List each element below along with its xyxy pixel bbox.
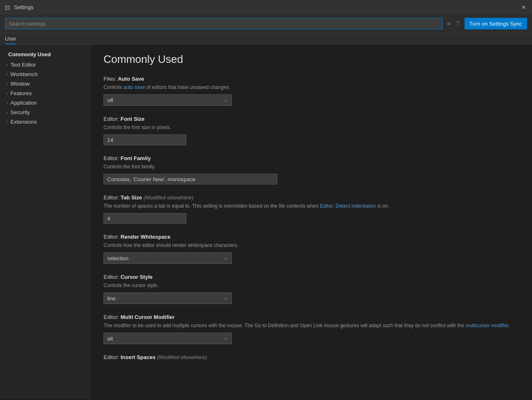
setting-label: Editor: Font Family — [104, 155, 520, 161]
title-bar: ⊡ Settings × — [0, 0, 532, 14]
setting-label: Editor: Multi Cursor Modifier — [104, 314, 520, 320]
sidebar-item-label: Window — [10, 81, 29, 87]
setting-label: Files: Auto Save — [104, 76, 520, 82]
sidebar-section-title: Commonly Used — [0, 49, 91, 60]
setting-label-prefix: Editor: — [104, 274, 120, 280]
chevron-icon: › — [7, 120, 8, 124]
search-bar: ≡ ⊤ Turn on Settings Sync — [0, 14, 532, 33]
setting-label-prefix: Files: — [104, 76, 118, 82]
main-layout: Commonly Used › Text Editor › Workbench … — [0, 45, 532, 399]
chevron-icon: › — [7, 81, 8, 86]
render-whitespace-select-wrapper: none boundary selection trailing all — [104, 252, 232, 264]
chevron-icon: › — [7, 62, 8, 67]
setting-label-prefix: Editor: — [104, 354, 120, 360]
setting-description: Controls the font size in pixels. — [104, 124, 520, 131]
setting-description: Controls auto save of editors that have … — [104, 84, 520, 91]
setting-description: Controls the font family. — [104, 163, 520, 170]
setting-cursor-style: Editor: Cursor Style Controls the cursor… — [104, 274, 520, 304]
multicursor-modifier-link[interactable]: multicursor modifier — [465, 323, 508, 328]
multi-cursor-modifier-select[interactable]: alt ctrlCmd — [104, 333, 232, 344]
setting-description: The modifier to be used to add multiple … — [104, 322, 520, 329]
setting-label: Editor: Tab Size (Modified elsewhere) — [104, 194, 520, 201]
setting-label: Editor: Cursor Style — [104, 274, 520, 280]
sidebar-item-application[interactable]: › Application — [0, 98, 91, 108]
user-tab-bar: User — [0, 33, 532, 45]
setting-label-bold: Cursor Style — [120, 274, 152, 280]
multi-cursor-modifier-select-wrapper: alt ctrlCmd — [104, 333, 232, 344]
sidebar-item-label: Extensions — [10, 119, 37, 125]
font-size-input[interactable] — [104, 134, 186, 145]
setting-label-bold: Font Size — [120, 116, 144, 122]
content-title: Commonly Used — [104, 53, 520, 66]
auto-save-link[interactable]: auto save — [123, 84, 145, 90]
sidebar-item-features[interactable]: › Features — [0, 89, 91, 98]
setting-label-bold: Render Whitespace — [120, 234, 171, 240]
chevron-icon: › — [7, 110, 8, 115]
search-icons: ≡ ⊤ — [445, 19, 462, 28]
setting-label-prefix: Editor: — [104, 194, 120, 201]
chevron-icon: › — [7, 72, 8, 77]
auto-save-select[interactable]: off afterDelay onFocusChange onWindowCha… — [104, 94, 232, 106]
setting-label: Editor: Render Whitespace — [104, 234, 520, 240]
sidebar-item-label: Application — [10, 100, 37, 106]
setting-font-family: Editor: Font Family Controls the font fa… — [104, 155, 520, 184]
sidebar-item-label: Text Editor — [10, 62, 36, 68]
setting-label-prefix: Editor: — [104, 155, 120, 161]
setting-description: The number of spaces a tab is equal to. … — [104, 202, 520, 210]
sync-settings-button[interactable]: Turn on Settings Sync — [465, 18, 527, 29]
setting-label: Editor: Font Size — [104, 116, 520, 122]
setting-files-auto-save: Files: Auto Save Controls auto save of e… — [104, 76, 520, 106]
setting-label-bold: Tab Size — [120, 194, 142, 201]
sidebar: Commonly Used › Text Editor › Workbench … — [0, 45, 91, 399]
cursor-style-select-wrapper: line block underline line-thin block-out… — [104, 292, 232, 304]
title-bar-title: Settings — [14, 4, 516, 10]
search-input[interactable] — [5, 18, 443, 29]
detect-indentation-link[interactable]: Editor: Detect Indentation — [320, 203, 376, 209]
render-whitespace-select[interactable]: none boundary selection trailing all — [104, 252, 232, 264]
sidebar-item-label: Workbench — [10, 71, 38, 77]
setting-label-prefix: Editor: — [104, 314, 120, 320]
user-tab[interactable]: User — [5, 33, 16, 44]
filter-funnel-icon[interactable]: ⊤ — [454, 19, 462, 28]
setting-description: Controls how the editor should render wh… — [104, 242, 520, 249]
setting-description: Controls the cursor style. — [104, 282, 520, 289]
auto-save-select-wrapper: off afterDelay onFocusChange onWindowCha… — [104, 94, 232, 106]
sidebar-item-workbench[interactable]: › Workbench — [0, 69, 91, 79]
sidebar-item-label: Security — [10, 109, 30, 115]
chevron-icon: › — [7, 91, 8, 96]
sidebar-item-security[interactable]: › Security — [0, 108, 91, 117]
tab-size-input[interactable] — [104, 213, 186, 224]
sidebar-item-text-editor[interactable]: › Text Editor — [0, 60, 91, 69]
setting-tab-size: Editor: Tab Size (Modified elsewhere) Th… — [104, 194, 520, 224]
close-button[interactable]: × — [520, 3, 528, 12]
setting-insert-spaces: Editor: Insert Spaces (Modified elsewher… — [104, 354, 520, 360]
font-family-input[interactable] — [104, 174, 277, 184]
setting-font-size: Editor: Font Size Controls the font size… — [104, 116, 520, 145]
sidebar-item-window[interactable]: › Window — [0, 79, 91, 89]
filter-list-icon[interactable]: ≡ — [445, 19, 452, 28]
setting-label-bold: Insert Spaces — [120, 354, 156, 360]
content-area: Commonly Used Files: Auto Save Controls … — [91, 45, 532, 399]
setting-multi-cursor-modifier: Editor: Multi Cursor Modifier The modifi… — [104, 314, 520, 344]
settings-icon: ⊡ — [4, 4, 11, 11]
setting-label: Editor: Insert Spaces (Modified elsewher… — [104, 354, 520, 360]
setting-label-modified: (Modified elsewhere) — [142, 194, 193, 201]
setting-label-modified: (Modified elsewhere) — [156, 354, 207, 360]
setting-label-prefix: Editor: — [104, 116, 120, 122]
cursor-style-select[interactable]: line block underline line-thin block-out… — [104, 292, 232, 304]
setting-label-bold: Font Family — [120, 155, 151, 161]
chevron-icon: › — [7, 101, 8, 105]
setting-render-whitespace: Editor: Render Whitespace Controls how t… — [104, 234, 520, 264]
setting-label-bold: Multi Cursor Modifier — [120, 314, 175, 320]
setting-label-prefix: Editor: — [104, 234, 120, 240]
sidebar-item-extensions[interactable]: › Extensions — [0, 117, 91, 127]
setting-label-bold: Auto Save — [118, 76, 144, 82]
sidebar-item-label: Features — [10, 90, 31, 96]
